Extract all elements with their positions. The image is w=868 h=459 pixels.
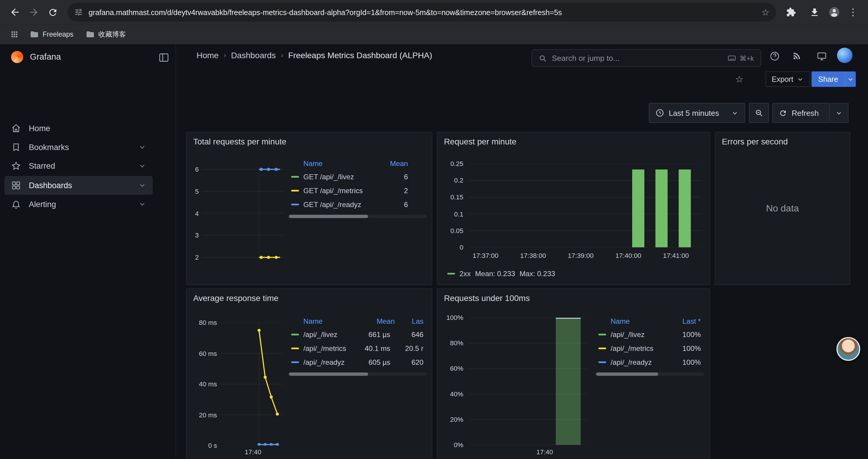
legend-column-header[interactable]: Mean bbox=[366, 317, 395, 325]
refresh-button[interactable]: Refresh bbox=[772, 103, 830, 123]
legend-column-header[interactable]: Name bbox=[303, 317, 366, 325]
chevron-down-icon bbox=[138, 143, 146, 151]
bar-chart bbox=[468, 318, 587, 445]
sidebar-item-label: Alerting bbox=[29, 200, 56, 208]
refresh-label: Refresh bbox=[792, 108, 819, 117]
series-color-swatch bbox=[598, 362, 606, 363]
sidebar-item-bookmarks[interactable]: Bookmarks bbox=[4, 138, 153, 157]
zoom-out-icon bbox=[754, 108, 764, 117]
sidebar-collapse-button[interactable] bbox=[158, 52, 169, 63]
scrollbar-thumb[interactable] bbox=[596, 372, 658, 376]
floating-assistant-avatar[interactable] bbox=[836, 337, 860, 361]
legend-row[interactable]: /api/_/livez661 µs646 bbox=[287, 328, 428, 341]
search-input[interactable]: Search or jump to... ⌘+k bbox=[531, 49, 761, 67]
legend-row[interactable]: /api/_/readyz100% bbox=[594, 355, 705, 369]
y-axis-tick: 0 bbox=[460, 243, 464, 251]
panel-title[interactable]: Total requests per minute bbox=[193, 137, 286, 146]
bookmark-folder-freeleaps[interactable]: Freeleaps bbox=[25, 27, 78, 42]
panel-title[interactable]: Request per minute bbox=[444, 137, 517, 146]
y-axis: 0.250.20.150.10.050 bbox=[437, 164, 463, 248]
search-placeholder: Search or jump to... bbox=[552, 54, 722, 63]
grafana-logo-icon bbox=[11, 51, 23, 63]
series-name: /api/_/livez bbox=[611, 330, 668, 339]
y-axis-tick: 0.15 bbox=[451, 193, 464, 201]
refresh-interval-button[interactable] bbox=[830, 103, 849, 123]
scrollbar-thumb[interactable] bbox=[289, 215, 368, 218]
panel-title[interactable]: Requests under 100ms bbox=[444, 293, 530, 303]
search-shortcut: ⌘+k bbox=[727, 54, 754, 63]
series-color-swatch bbox=[291, 204, 299, 205]
back-button[interactable] bbox=[6, 3, 25, 22]
sidebar-item-starred[interactable]: Starred bbox=[4, 157, 153, 175]
series-name: GET /api/_/livez bbox=[303, 173, 376, 181]
sidebar-item-label: Starred bbox=[29, 162, 55, 170]
legend-column-header[interactable]: Name bbox=[611, 317, 672, 325]
reload-button[interactable] bbox=[43, 3, 62, 22]
panel-average-response-time: Average response time 80 ms60 ms40 ms20 … bbox=[186, 288, 433, 459]
x-axis: 17:40 bbox=[186, 448, 432, 457]
sidebar-toggle-icon bbox=[158, 52, 169, 63]
kiosk-mode-button[interactable] bbox=[814, 49, 829, 63]
monitor-icon bbox=[816, 51, 827, 61]
series-color-swatch bbox=[447, 273, 455, 275]
grafana-brand[interactable]: Grafana bbox=[11, 51, 61, 63]
export-button[interactable]: Export bbox=[766, 71, 810, 87]
browser-menu-button[interactable]: ⋮ bbox=[844, 3, 863, 22]
zoom-out-time-button[interactable] bbox=[749, 103, 769, 123]
x-axis-tick: 17:37:00 bbox=[472, 252, 498, 260]
series-name: /api/_/readyz bbox=[303, 358, 357, 366]
legend-column-header[interactable]: Las bbox=[395, 317, 423, 325]
legend-scrollbar[interactable] bbox=[595, 372, 704, 376]
legend-scrollbar[interactable] bbox=[288, 215, 427, 218]
legend-column-header[interactable]: Last * bbox=[672, 317, 701, 325]
extensions-button[interactable] bbox=[782, 3, 801, 22]
breadcrumb-home[interactable]: Home bbox=[196, 51, 219, 60]
time-range-picker[interactable]: Last 5 minutes bbox=[649, 103, 745, 123]
series-color-swatch bbox=[598, 334, 606, 335]
y-axis-tick: 5 bbox=[195, 188, 199, 195]
legend-row[interactable]: /api/_/metrics40.1 ms20.5 r bbox=[287, 341, 428, 355]
legend-scrollbar[interactable] bbox=[288, 372, 427, 376]
sidebar-item-dashboards[interactable]: Dashboards bbox=[4, 176, 153, 195]
series-value: 2 bbox=[380, 186, 408, 195]
bookmark-star-icon[interactable]: ☆ bbox=[762, 7, 770, 18]
legend-row[interactable]: GET /api/_/readyz6 bbox=[287, 198, 428, 211]
downloads-button[interactable] bbox=[805, 3, 824, 22]
scrollbar-thumb[interactable] bbox=[289, 372, 368, 376]
profile-button[interactable] bbox=[825, 3, 844, 22]
series-value: 40.1 ms bbox=[362, 344, 390, 352]
legend-header: NameMean bbox=[287, 157, 428, 170]
series-mean: Mean: 0.233 bbox=[475, 269, 515, 277]
legend-row[interactable]: /api/_/metrics100% bbox=[594, 341, 705, 355]
y-axis-tick: 0.25 bbox=[451, 160, 464, 167]
series-name: /api/_/readyz bbox=[611, 358, 668, 366]
address-bar[interactable]: grafana.mathmast.com/d/deytv4rwavabkb/fr… bbox=[68, 3, 776, 22]
share-menu-button[interactable] bbox=[845, 71, 856, 87]
panel-title[interactable]: Average response time bbox=[193, 293, 279, 303]
sidebar-item-home[interactable]: Home bbox=[4, 119, 153, 138]
time-controls: Last 5 minutes Refresh bbox=[176, 92, 868, 123]
breadcrumb-dashboards[interactable]: Dashboards bbox=[231, 51, 276, 60]
user-avatar[interactable] bbox=[837, 47, 852, 63]
refresh-icon bbox=[779, 109, 787, 117]
legend-row[interactable]: /api/_/readyz605 µs620 bbox=[287, 355, 428, 369]
favorite-star-icon[interactable]: ☆ bbox=[735, 73, 744, 85]
legend-row[interactable]: GET /api/_/livez6 bbox=[287, 170, 428, 184]
y-axis: 80 ms60 ms40 ms20 ms0 s bbox=[186, 323, 217, 446]
legend-column-header[interactable]: Mean bbox=[380, 159, 408, 167]
bookmark-folder-blogs[interactable]: 收藏博客 bbox=[81, 27, 131, 42]
share-button[interactable]: Share bbox=[812, 71, 845, 87]
folder-icon bbox=[86, 30, 95, 39]
sidebar-item-alerting[interactable]: Alerting bbox=[4, 195, 153, 214]
legend[interactable]: 2xx Mean: 0.233 Max: 0.233 bbox=[447, 269, 555, 277]
legend-row[interactable]: GET /api/_/metrics2 bbox=[287, 184, 428, 198]
x-axis-tick: 17:41:00 bbox=[663, 252, 689, 260]
news-button[interactable] bbox=[790, 49, 805, 63]
forward-button[interactable] bbox=[24, 3, 43, 22]
bell-icon bbox=[11, 199, 21, 209]
series-value: 20.5 r bbox=[395, 344, 423, 352]
legend-row[interactable]: /api/_/livez100% bbox=[594, 328, 705, 341]
legend-column-header[interactable]: Name bbox=[303, 159, 380, 167]
help-button[interactable] bbox=[767, 49, 782, 63]
apps-grid-button[interactable] bbox=[6, 27, 22, 42]
